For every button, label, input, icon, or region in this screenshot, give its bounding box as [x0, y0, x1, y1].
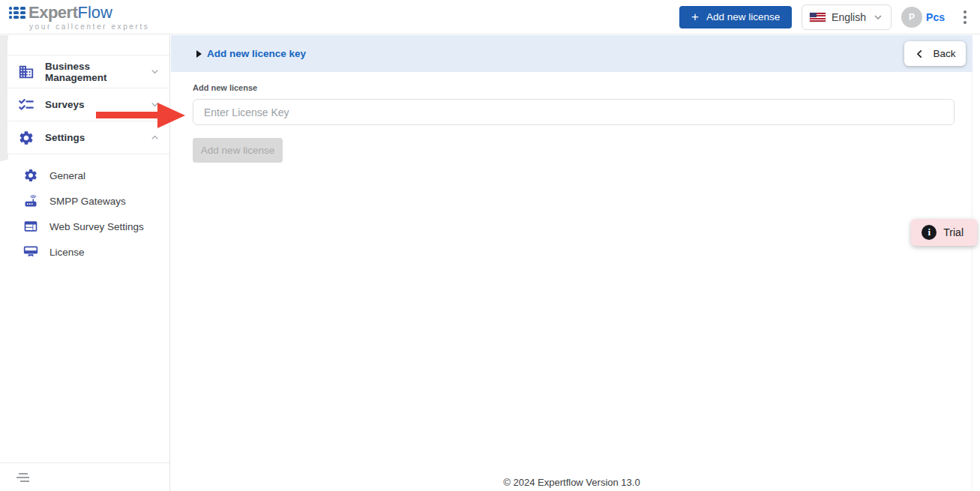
brand-tagline: your callcenter experts: [29, 22, 149, 31]
breadcrumb[interactable]: Add new licence key: [196, 48, 306, 59]
sidebar: Business Management Surveys Settings: [0, 35, 170, 491]
gear-icon: [17, 129, 35, 147]
settings-submenu: General SMPP Gateways Web Survey Setting…: [0, 160, 169, 265]
checklist-icon: [17, 96, 35, 114]
sidebar-item-label: General: [49, 170, 85, 181]
top-bar: ExpertFlow your callcenter experts + Add…: [0, 0, 980, 34]
page-header-band: Add new licence key: [171, 35, 973, 72]
avatar: P: [901, 7, 922, 28]
app-window: ExpertFlow your callcenter experts + Add…: [0, 0, 980, 491]
license-form-label: Add new license: [193, 83, 257, 92]
triangle-right-icon: [196, 50, 202, 58]
trial-badge[interactable]: i Trial: [911, 219, 977, 246]
sidebar-item-label: Web Survey Settings: [49, 221, 144, 232]
license-key-input[interactable]: [193, 99, 955, 125]
chevron-down-icon: [149, 99, 160, 110]
info-icon: i: [922, 225, 937, 240]
sidebar-item-surveys[interactable]: Surveys: [7, 88, 169, 121]
brand-name-primary: Expert: [28, 3, 77, 22]
kebab-menu-icon[interactable]: [959, 7, 971, 27]
trial-badge-label: Trial: [943, 226, 964, 238]
chevron-down-icon: [149, 66, 160, 77]
sidebar-item-label: SMPP Gateways: [49, 196, 126, 207]
top-bar-actions: + Add new license English P Pcs: [679, 4, 971, 30]
sidebar-item-settings[interactable]: Settings: [7, 121, 169, 154]
main-content: Add new licence key Back Add new license…: [171, 35, 980, 491]
chevron-down-icon: [872, 11, 884, 23]
sidebar-item-web-survey-settings[interactable]: Web Survey Settings: [0, 214, 169, 239]
router-icon: [22, 193, 38, 209]
add-new-license-button[interactable]: + Add new license: [679, 6, 792, 28]
sidebar-item-general[interactable]: General: [0, 163, 169, 188]
scrollbar-track[interactable]: [972, 35, 980, 491]
logo-dots-icon: [9, 7, 25, 19]
building-icon: [17, 63, 35, 81]
chevron-up-icon: [149, 132, 160, 143]
back-button-label: Back: [933, 48, 955, 59]
footer-copyright: © 2024 Expertflow Version 13.0: [171, 477, 973, 488]
sidebar-item-business-management[interactable]: Business Management: [7, 55, 169, 88]
sidebar-item-label: License: [49, 247, 85, 258]
user-menu[interactable]: P Pcs: [901, 7, 945, 28]
add-new-license-button-label: Add new license: [706, 11, 780, 22]
sidebar-item-label: Surveys: [45, 99, 149, 110]
monitor-icon: [22, 244, 38, 260]
language-selector[interactable]: English: [802, 4, 892, 30]
plus-icon: +: [691, 10, 699, 23]
language-selected-label: English: [832, 11, 866, 23]
sidebar-item-label: Business Management: [45, 61, 149, 83]
sidebar-item-label: Settings: [45, 132, 149, 143]
sidebar-menu-group: Business Management Surveys Settings: [7, 35, 169, 154]
username-label: Pcs: [926, 11, 945, 23]
back-button[interactable]: Back: [904, 41, 966, 66]
expertflow-logo[interactable]: ExpertFlow your callcenter experts: [9, 3, 149, 31]
sidebar-footer: [0, 463, 169, 491]
gear-icon: [22, 168, 38, 184]
sidebar-item-smpp-gateways[interactable]: SMPP Gateways: [0, 188, 169, 214]
us-flag-icon: [810, 13, 826, 22]
sidebar-collapse-icon[interactable]: [13, 470, 33, 485]
brand-name-secondary: Flow: [77, 3, 112, 22]
breadcrumb-label: Add new licence key: [207, 48, 306, 59]
browser-icon: [22, 219, 38, 235]
chevron-left-icon: [914, 48, 926, 60]
submit-license-button[interactable]: Add new license: [193, 138, 283, 163]
sidebar-item-license[interactable]: License: [0, 239, 169, 265]
